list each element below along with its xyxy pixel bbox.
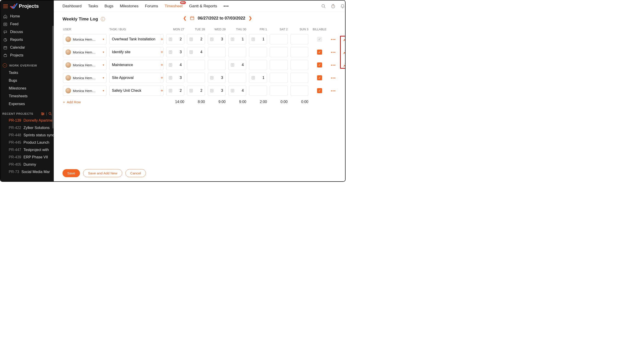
hours-input[interactable] (270, 37, 288, 41)
work-item-milestones[interactable]: Milestones (0, 84, 54, 92)
day-cell[interactable] (249, 47, 267, 57)
billable-toggle[interactable]: ✓ (317, 75, 322, 80)
day-cell[interactable] (187, 34, 205, 44)
tab-dashboard[interactable]: Dashboard (62, 4, 82, 8)
day-cell[interactable] (228, 47, 246, 57)
day-cell[interactable] (166, 73, 184, 83)
row-actions-icon[interactable]: ••• (331, 63, 336, 67)
calendar-icon[interactable] (190, 16, 194, 20)
recent-project-item[interactable]: PR-422Zylker Solutions (0, 124, 54, 131)
day-cell[interactable] (187, 60, 205, 70)
sidebar-item-home[interactable]: Home (0, 12, 54, 20)
user-select[interactable]: Monica Hem…▾ (63, 73, 106, 83)
day-cell[interactable] (290, 34, 308, 44)
hours-input[interactable] (249, 63, 267, 67)
day-cell[interactable] (290, 86, 308, 96)
work-item-timesheets[interactable]: Timesheets (0, 92, 54, 100)
work-item-bugs[interactable]: Bugs (0, 77, 54, 84)
task-input[interactable] (110, 86, 160, 95)
recent-project-item[interactable]: PR-405Dummy (0, 161, 54, 168)
search-projects-icon[interactable] (48, 112, 52, 115)
day-cell[interactable] (166, 34, 184, 44)
day-cell[interactable] (187, 86, 205, 96)
day-cell[interactable] (290, 47, 308, 57)
hours-input[interactable] (291, 63, 308, 67)
cancel-button[interactable]: Cancel (126, 169, 146, 177)
day-cell[interactable] (270, 60, 288, 70)
recent-project-item[interactable]: PR-439ERP Phase VII (0, 154, 54, 161)
save-button[interactable]: Save (62, 169, 80, 177)
day-cell[interactable] (228, 60, 246, 70)
hours-input[interactable] (270, 89, 288, 93)
add-task-icon[interactable]: + (160, 60, 163, 70)
add-task-icon[interactable]: + (160, 86, 163, 95)
hours-input[interactable] (187, 76, 205, 80)
day-cell[interactable] (270, 73, 288, 83)
hours-input[interactable] (187, 63, 205, 67)
hours-input[interactable] (249, 89, 267, 93)
filter-icon[interactable] (41, 112, 44, 115)
save-add-new-button[interactable]: Save and Add New (83, 169, 122, 177)
work-item-expenses[interactable]: Expenses (0, 100, 54, 108)
hours-input[interactable] (249, 50, 267, 54)
pin-icon[interactable] (343, 37, 346, 41)
recent-project-item[interactable]: PR-448Sprints status sync (0, 131, 54, 139)
recent-project-item[interactable]: PR-445Product Launch (0, 139, 54, 146)
tab-milestones[interactable]: Milestones (120, 4, 138, 8)
day-cell[interactable] (208, 34, 226, 44)
tab-gantt-reports[interactable]: Gantt & Reports (189, 4, 217, 8)
day-cell[interactable] (249, 73, 267, 83)
day-cell[interactable] (166, 86, 184, 96)
row-actions-icon[interactable]: ••• (331, 50, 336, 54)
day-cell[interactable] (187, 73, 205, 83)
day-cell[interactable] (249, 86, 267, 96)
hours-input[interactable] (208, 50, 226, 54)
day-cell[interactable] (166, 47, 184, 57)
billable-toggle[interactable]: ✓ (317, 88, 322, 93)
add-task-icon[interactable]: + (160, 34, 163, 44)
tab-tasks[interactable]: Tasks (88, 4, 98, 8)
day-cell[interactable] (249, 60, 267, 70)
day-cell[interactable] (228, 86, 246, 96)
day-cell[interactable] (208, 47, 226, 57)
day-cell[interactable] (290, 73, 308, 83)
task-select[interactable]: + (109, 60, 164, 70)
billable-toggle[interactable]: ✓ (317, 49, 322, 55)
sidebar-item-discuss[interactable]: Discuss (0, 28, 54, 36)
day-cell[interactable] (208, 86, 226, 96)
row-actions-icon[interactable]: ••• (331, 89, 336, 93)
task-select[interactable]: + (109, 34, 164, 44)
tab-timesheet[interactable]: Timesheet99+ (164, 4, 183, 8)
day-cell[interactable] (228, 34, 246, 44)
add-row-button[interactable]: + Add Row (63, 100, 106, 104)
task-input[interactable] (110, 47, 160, 57)
day-cell[interactable] (290, 60, 308, 70)
hours-input[interactable] (228, 76, 246, 80)
day-cell[interactable] (270, 47, 288, 57)
user-select[interactable]: Monica Hem…▾ (63, 86, 106, 96)
task-input[interactable] (110, 73, 160, 83)
pin-icon[interactable] (343, 50, 346, 54)
billable-toggle[interactable]: ✓ (317, 62, 322, 67)
next-week-icon[interactable]: ❯ (248, 15, 252, 21)
sidebar-item-calendar[interactable]: Calendar (0, 44, 54, 51)
sidebar-item-reports[interactable]: Reports (0, 36, 54, 44)
hamburger-menu-icon[interactable] (3, 4, 8, 8)
bell-icon[interactable] (340, 4, 345, 8)
hours-input[interactable] (291, 37, 308, 41)
hours-input[interactable] (228, 50, 246, 54)
billable-toggle[interactable]: ✓ (317, 37, 322, 42)
search-icon[interactable] (321, 4, 326, 8)
work-item-tasks[interactable]: Tasks (0, 69, 54, 77)
hours-input[interactable] (291, 89, 308, 93)
task-input[interactable] (110, 34, 160, 44)
row-actions-icon[interactable]: ••• (331, 76, 336, 80)
task-select[interactable]: + (109, 47, 164, 57)
timer-icon[interactable] (331, 4, 336, 8)
day-cell[interactable] (228, 73, 246, 83)
recent-project-item[interactable]: PR-139Donnelly Apartments (0, 117, 54, 124)
day-cell[interactable] (208, 60, 226, 70)
task-input[interactable] (110, 60, 160, 70)
day-cell[interactable] (249, 34, 267, 44)
add-task-icon[interactable]: + (160, 47, 163, 57)
